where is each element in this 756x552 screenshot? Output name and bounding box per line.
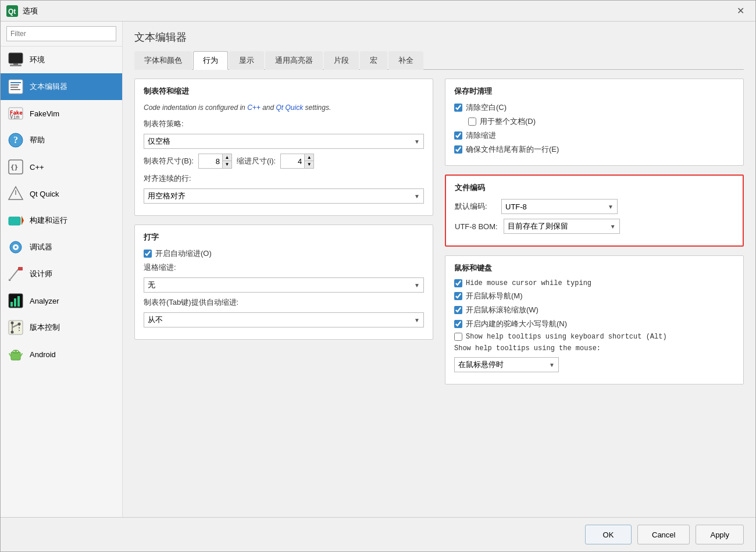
svg-point-35 [11,331,14,334]
camel-nav-row: 开启内建的驼峰大小写导航(N) [454,319,734,329]
sidebar-item-help[interactable]: ? 帮助 [1,127,122,154]
filter-box [1,22,122,47]
indent-size-down[interactable]: ▼ [304,161,313,168]
ensure-newline-checkbox[interactable] [454,145,462,154]
tab-policy-label: 制表符策略: [144,119,184,129]
encoding-section: 文件编码 默认编码: UTF-8 ▼ UTF-8 BOM: 目前存在了则保留 [445,174,744,247]
svg-text:{}: {} [10,163,18,171]
sidebar-item-environment[interactable]: 环境 [1,47,122,73]
clean-whitespace-checkbox[interactable] [454,104,462,112]
align-dropdown[interactable]: 用空格对齐 ▼ [144,188,424,204]
sidebar-item-label: FakeVim [30,109,59,118]
sidebar-item-text-editor[interactable]: 文本编辑器 [1,73,122,100]
save-section: 保存时清理 清除空白(C) 用于整个文档(D) 清除缩进 [445,79,744,166]
sidebar-item-debugger[interactable]: 调试器 [1,234,122,261]
indent-section: 制表符和缩进 Code indentation is configured in… [134,79,433,216]
encoding-arrow: ▼ [608,204,614,210]
utf8-bom-dropdown[interactable]: 目前存在了则保留 ▼ [504,219,620,234]
ensure-newline-label: 确保文件结尾有新的一行(E) [466,144,559,155]
page-title: 文本编辑器 [134,30,744,44]
tab-policy-dropdown[interactable]: 仅空格 ▼ [144,134,424,149]
tab-auto-dropdown-row: 从不 ▼ [144,312,424,327]
entire-doc-row: 用于整个文档(D) [468,116,734,127]
auto-indent-label: 开启自动缩进(O) [155,248,212,259]
tab-policy-value: 仅空格 [148,136,170,147]
tab-font-color[interactable]: 字体和颜色 [134,51,192,70]
entire-doc-checkbox[interactable] [468,117,476,126]
tab-generic-highlighter[interactable]: 通用高亮器 [265,51,323,70]
sidebar-item-cpp[interactable]: {} C++ [1,154,122,180]
qt-quick-link[interactable]: Qt Quick [276,104,304,112]
tab-auto-arrow: ▼ [414,317,420,323]
app-icon: Qt [6,5,18,17]
entire-doc-label: 用于整个文档(D) [480,116,536,127]
indent-size-up[interactable]: ▲ [304,154,313,161]
scroll-zoom-checkbox[interactable] [454,306,462,314]
sidebar-item-version-control[interactable]: 版本控制 [1,314,122,341]
sidebar-item-label: Qt Quick [30,190,59,198]
cpp-icon: {} [6,158,25,176]
designer-icon [6,265,25,283]
debugger-icon [6,238,25,257]
sidebar-item-label: 版本控制 [30,322,60,333]
svg-point-34 [11,322,14,325]
sidebar-item-label: 帮助 [30,135,45,145]
sidebar-item-build-run[interactable]: 构建和运行 [1,207,122,234]
backspace-dropdown[interactable]: 无 ▼ [144,277,424,293]
default-encoding-label: 默认编码: [455,201,495,212]
utf8-bom-row: UTF-8 BOM: 目前存在了则保留 ▼ [455,219,734,234]
tab-display[interactable]: 显示 [229,51,264,70]
sidebar-item-label: C++ [30,163,44,172]
sidebar-item-label: 构建和运行 [30,215,67,226]
mouse-tooltip-dropdown-row: 在鼠标悬停时 ▼ [454,357,734,372]
save-section-title: 保存时清理 [454,86,734,97]
default-encoding-dropdown[interactable]: UTF-8 ▼ [501,199,618,214]
tab-size-down[interactable]: ▼ [222,161,231,168]
tab-auto-value: 从不 [148,315,163,325]
tab-completion[interactable]: 补全 [388,51,423,70]
cancel-button[interactable]: Cancel [637,525,690,544]
sidebar-item-label: 设计师 [30,269,52,279]
close-button[interactable]: ✕ [731,2,750,20]
apply-button[interactable]: Apply [696,525,744,544]
mouse-tooltip-dropdown[interactable]: 在鼠标悬停时 ▼ [454,357,559,372]
sidebar-item-android[interactable]: Android [1,341,122,368]
tabs-bar: 字体和颜色 行为 显示 通用高亮器 片段 宏 补全 [134,51,744,70]
tab-indent-size-row: 制表符尺寸(B): ▲ ▼ 缩进尺寸(i): [144,154,424,169]
sidebar-item-designer[interactable]: 设计师 [1,261,122,287]
hide-cursor-checkbox[interactable] [454,279,462,287]
indent-size-spinbox[interactable]: ▲ ▼ [280,154,314,169]
svg-rect-3 [13,63,18,65]
version-control-icon [6,318,25,337]
svg-text:Vim: Vim [10,114,19,120]
filter-input[interactable] [6,26,116,41]
indent-size-input[interactable] [281,154,304,168]
camel-nav-checkbox[interactable] [454,320,462,328]
tab-size-label: 制表符尺寸(B): [144,156,194,166]
svg-marker-19 [22,216,24,225]
ok-button[interactable]: OK [585,525,632,544]
tab-macros[interactable]: 宏 [360,51,387,70]
hide-cursor-label: Hide mouse cursor while typing [466,279,591,287]
tab-size-input[interactable] [199,154,222,168]
auto-indent-row: 开启自动缩进(O) [144,248,424,259]
footer: OK Cancel Apply [1,517,755,551]
cpp-link[interactable]: C++ [247,104,261,112]
tab-size-spinbox[interactable]: ▲ ▼ [198,154,232,169]
sidebar-item-fakevim[interactable]: Fake Vim FakeVim [1,100,122,127]
backspace-label: 退格缩进: [144,262,176,273]
tab-size-up[interactable]: ▲ [222,154,231,161]
sidebar-item-qt-quick[interactable]: Qt Quick [1,180,122,207]
mouse-nav-checkbox[interactable] [454,292,462,300]
mouse-tooltip-value: 在鼠标悬停时 [458,359,504,370]
tab-snippets[interactable]: 片段 [324,51,359,70]
keyboard-tooltip-checkbox[interactable] [454,333,462,341]
scroll-zoom-label: 开启鼠标滚轮缩放(W) [466,305,539,315]
tab-auto-dropdown[interactable]: 从不 ▼ [144,312,424,327]
clean-whitespace-row: 清除空白(C) [454,102,734,113]
clean-indent-checkbox[interactable] [454,131,462,140]
tab-behavior[interactable]: 行为 [193,51,228,70]
content-area: 环境 文本编辑器 [1,22,755,517]
sidebar-item-analyzer[interactable]: Analyzer [1,287,122,314]
auto-indent-checkbox[interactable] [144,250,152,258]
